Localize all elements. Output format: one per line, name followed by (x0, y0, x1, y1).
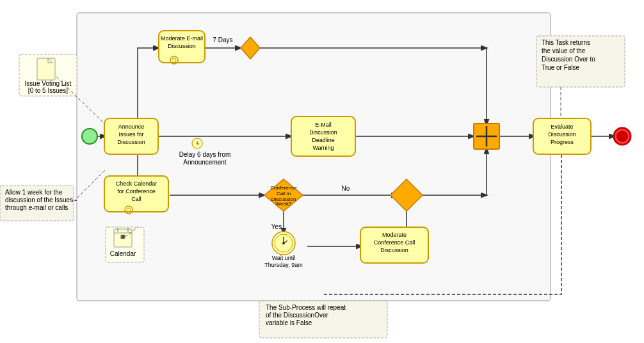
yes-label: Yes (271, 223, 282, 230)
wait-label2: Thursday, 9am (264, 262, 302, 268)
issue-voting-label: Issue Voting List (25, 80, 72, 87)
check-cal-label1: Check Calendar (116, 180, 157, 187)
conf-gw-label1: Conference (270, 185, 297, 191)
announce-label1: Announce (118, 124, 145, 130)
email-deadline-label3: Deadline (312, 137, 335, 143)
no-label: No (342, 185, 350, 192)
email-deadline-label4: Warning (312, 145, 334, 151)
start-event (82, 129, 97, 144)
end-event-inner (616, 131, 628, 142)
svg-rect-3 (37, 58, 55, 80)
calendar-label: Calendar (110, 250, 136, 257)
check-cal-label2: for Conference (117, 188, 156, 195)
issue-voting-label2: [0 to 5 Issues] (28, 87, 68, 94)
subprocess-note-text2: of the DiscussionOver (266, 312, 328, 319)
email-deadline-label1: E-Mail (315, 122, 332, 128)
delay-label2: Announcement (183, 159, 226, 166)
allow-week-text3: through e-mail or calls (5, 204, 68, 211)
moderate-conf-label1: Moderate (382, 232, 407, 238)
evaluate-label1: Evaluate (551, 124, 573, 130)
announce-label3: Discussion (117, 139, 145, 145)
announce-label2: Issues for (118, 131, 143, 138)
evaluate-note-text1: This Task returns (542, 39, 590, 46)
allow-week-text1: Allow 1 week for the (5, 189, 63, 196)
calendar-grid: ▦ (120, 234, 125, 239)
evaluate-label2: Discussion (548, 131, 576, 138)
evaluate-note-text3: Discussion Over to (542, 56, 595, 63)
email-deadline-label2: Discussion (309, 129, 337, 136)
moderate-email-label2: Discussion (168, 43, 196, 49)
delay-label1: Delay 6 days from (179, 151, 231, 158)
evaluate-note-text4: True or False (542, 64, 580, 71)
wait-label1: Wait until (272, 255, 296, 261)
moderate-email-label1: Moderate E-mail (161, 35, 203, 42)
evaluate-note-text2: the value of the (542, 47, 586, 54)
conf-gw-label4: Week? (276, 201, 292, 207)
evaluate-label3: Progress (551, 139, 574, 145)
allow-week-text2: discussion of the Issues - (5, 196, 77, 203)
subprocess-note-text1: The Sub-Process will repeat (266, 304, 346, 311)
moderate-conf-label2: Conference Call (374, 239, 415, 246)
subprocess-note-text3: variable is False (266, 319, 312, 326)
conf-gw-label2: Call in (277, 191, 291, 196)
diagram-container: Issue Voting List [0 to 5 Issues] Allow … (0, 0, 644, 343)
check-cal-label3: Call (131, 196, 141, 202)
seven-days-label: 7 Days (213, 36, 232, 44)
svg-point-17 (282, 242, 285, 244)
moderate-conf-label3: Discussion (380, 247, 408, 253)
